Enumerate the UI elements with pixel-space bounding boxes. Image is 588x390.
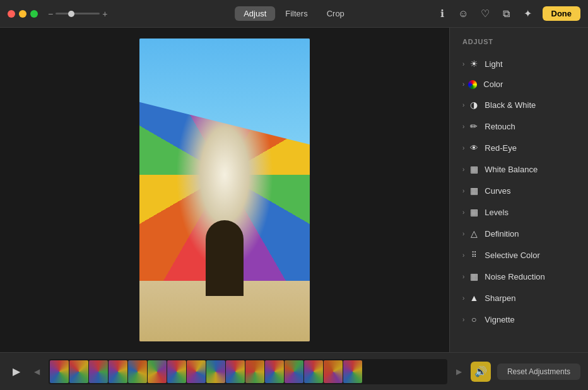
traffic-lights [8,10,38,18]
chevron-icon: › [462,209,464,216]
adjust-item-retouch[interactable]: › ✏ Retouch [452,115,585,137]
curves-icon: ▦ [468,185,479,196]
bw-icon: ◑ [468,99,479,110]
adjust-item-sharpen[interactable]: › ▲ Sharpen [452,287,585,309]
film-frame [187,360,206,383]
reset-adjustments-button[interactable]: Reset Adjustments [497,363,580,380]
zoom-in-icon[interactable]: + [102,9,107,19]
adjust-item-vignette[interactable]: › ○ Vignette [452,309,585,330]
light-icon: ☀ [468,58,479,69]
film-frame [285,360,303,383]
chevron-icon: › [462,145,464,151]
magic-icon[interactable]: ✦ [521,7,535,21]
whitebalance-label: White Balance [485,165,538,174]
chevron-icon: › [462,187,464,194]
zoom-slider[interactable]: − + [48,9,107,19]
vignette-label: Vignette [485,315,514,324]
adjust-item-selectivecolor[interactable]: › ⠿ Selective Color [452,244,585,266]
adjust-item-color[interactable]: › Color [452,74,585,94]
close-button[interactable] [8,10,15,18]
color-label: Color [483,80,503,89]
noisereduction-icon: ▦ [468,271,479,282]
bw-label: Black & White [485,100,536,110]
adjust-item-light[interactable]: › ☀ Light [452,53,585,74]
chevron-icon: › [462,61,464,68]
toolbar-right: ℹ ☺ ♡ ⧉ ✦ Done [435,6,581,21]
chevron-icon: › [462,230,464,237]
adjust-item-definition[interactable]: › △ Definition [452,223,585,244]
vignette-icon: ○ [468,314,479,325]
adjust-header: ADJUST [450,33,588,53]
retouch-icon: ✏ [468,121,479,132]
chevron-icon: › [462,273,464,280]
zoom-out-icon[interactable]: − [48,9,53,19]
adjust-item-redeye[interactable]: › 👁 Red-Eye [452,137,585,158]
minimize-button[interactable] [19,10,26,18]
chevron-icon: › [462,81,464,88]
sharpen-label: Sharpen [485,293,515,303]
slider-track[interactable] [56,13,100,15]
emoji-icon[interactable]: ☺ [457,7,471,21]
adjust-item-levels[interactable]: › ▦ Levels [452,201,585,223]
photo-area [0,28,449,352]
heart-icon[interactable]: ♡ [478,7,492,21]
person-layer [206,220,244,296]
film-frame [128,360,147,383]
chevron-icon: › [462,102,464,109]
info-icon[interactable]: ℹ [435,7,449,21]
chevron-icon: › [462,295,464,302]
levels-label: Levels [485,208,509,217]
film-frame [89,360,108,383]
volume-button[interactable]: 🔊 [471,362,491,382]
done-button[interactable]: Done [543,6,581,21]
levels-icon: ▦ [468,206,479,218]
definition-icon: △ [468,228,479,239]
sharpen-icon: ▲ [468,292,479,304]
curves-label: Curves [485,186,510,196]
filmstrip-frames [49,359,363,384]
adjust-item-noisereduction[interactable]: › ▦ Noise Reduction [452,266,585,287]
chevron-icon: › [462,316,464,323]
film-frame [304,360,323,383]
chevron-icon: › [462,166,464,173]
duplicate-icon[interactable]: ⧉ [500,7,514,21]
selectivecolor-icon: ⠿ [468,249,479,261]
filters-tab[interactable]: Filters [276,6,316,21]
main-content: ADJUST › ☀ Light › Color › ◑ Black & Whi… [0,28,588,352]
adjust-item-curves[interactable]: › ▦ Curves [452,180,585,201]
redeye-icon: 👁 [468,142,479,153]
film-frame [343,360,362,383]
film-frame [206,360,225,383]
selectivecolor-label: Selective Color [485,251,539,260]
film-frame [265,360,284,383]
light-label: Light [485,59,502,69]
play-button[interactable]: ▶ [8,363,25,381]
chevron-icon: › [462,123,464,130]
color-icon [468,80,477,89]
film-frame [167,360,186,383]
film-frame [324,360,343,383]
photo-container [139,38,310,341]
adjust-tab[interactable]: Adjust [235,6,275,21]
chevron-icon: › [462,252,464,259]
right-panel: ADJUST › ☀ Light › Color › ◑ Black & Whi… [449,28,588,352]
crop-tab[interactable]: Crop [318,6,353,21]
film-frame [50,360,69,383]
photo-image [139,38,310,341]
noisereduction-label: Noise Reduction [485,272,544,281]
slider-thumb[interactable] [68,11,74,17]
filmstrip-right-arrow[interactable]: ▶ [454,367,464,376]
whitebalance-icon: ▦ [468,163,479,175]
toolbar-center: Adjust Filters Crop [235,6,353,21]
titlebar: − + Adjust Filters Crop ℹ ☺ ♡ ⧉ ✦ Done [0,0,588,28]
adjust-item-whitebalance[interactable]: › ▦ White Balance [452,158,585,180]
adjust-item-bw[interactable]: › ◑ Black & White [452,94,585,115]
filmstrip[interactable] [49,359,447,384]
filmstrip-left-arrow[interactable]: ◀ [32,367,42,376]
definition-label: Definition [485,229,519,239]
film-frame [148,360,167,383]
bottom-bar: ▶ ◀ ▶ 🔊 Reset Adjustments [0,352,588,390]
redeye-label: Red-Eye [485,143,517,153]
fullscreen-button[interactable] [30,10,38,18]
film-frame [245,360,264,383]
